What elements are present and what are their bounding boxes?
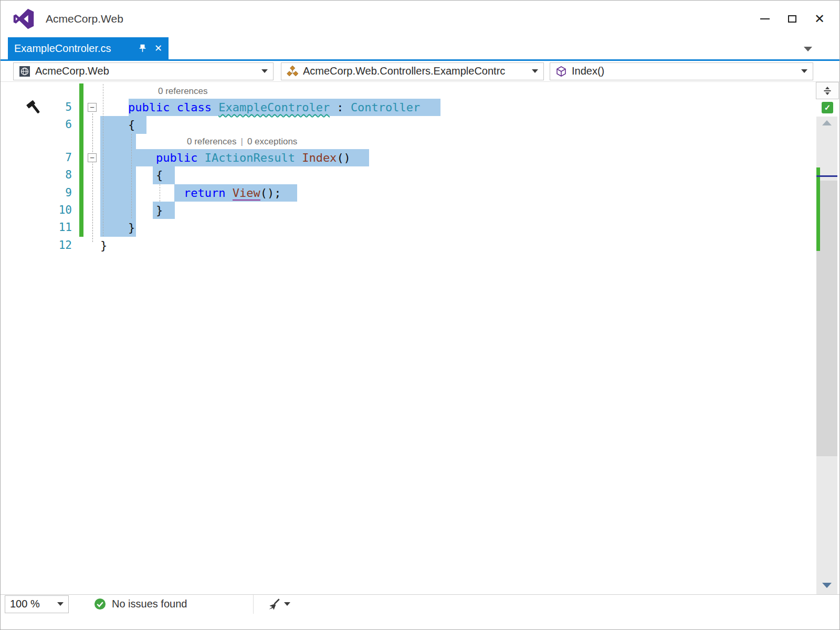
scroll-up-icon[interactable]	[822, 120, 832, 125]
line-number: 10	[1, 202, 79, 219]
tab-close-icon[interactable]: ✕	[154, 44, 162, 53]
code-token: ();	[260, 186, 281, 200]
split-window-handle[interactable]	[816, 82, 839, 99]
maximize-button[interactable]	[779, 7, 806, 31]
code-token	[100, 151, 156, 164]
code-token	[197, 151, 204, 164]
code-text: public class ExampleControler : Controll…	[100, 99, 420, 116]
editor-right-rail: ✓	[814, 82, 839, 594]
fold-margin: −	[83, 149, 100, 166]
line-number-gutter	[1, 134, 79, 149]
code-line-6[interactable]: 6 {	[1, 116, 839, 133]
code-text: {	[100, 116, 135, 133]
project-dropdown[interactable]: AcmeCorp.Web	[13, 62, 274, 80]
splitter-icon	[822, 86, 833, 96]
change-bar	[79, 99, 83, 116]
minimize-button[interactable]	[751, 7, 779, 31]
line-number: 11	[1, 219, 79, 236]
line-number: 7	[1, 149, 79, 166]
code-token	[295, 151, 302, 164]
navigation-bar: AcmeCorp.Web AcmeCorp.Web.Controllers.Ex…	[1, 61, 839, 82]
chevron-down-icon	[801, 69, 807, 73]
scroll-down-icon[interactable]	[822, 583, 832, 588]
code-token: ()	[337, 151, 351, 164]
code-token: return	[184, 186, 225, 200]
tab-examplecontroler[interactable]: ExampleControler.cs ✕	[8, 37, 169, 59]
project-dropdown-label: AcmeCorp.Web	[35, 65, 257, 77]
change-bar	[79, 166, 83, 184]
codelens-references[interactable]: 0 references	[158, 83, 208, 99]
line-number: 12	[1, 237, 79, 254]
code-text: return View();	[100, 184, 281, 202]
collapse-button[interactable]: −	[88, 153, 97, 162]
document-health-indicator[interactable]: ✓	[822, 102, 833, 113]
code-text: public IActionResult Index()	[100, 149, 351, 166]
line-number: 8	[1, 166, 79, 184]
fold-margin	[83, 219, 100, 236]
code-line-9[interactable]: 9 return View();	[1, 184, 839, 202]
broom-icon	[267, 597, 281, 611]
fold-margin	[83, 237, 100, 254]
code-token: IActionResult	[205, 151, 295, 164]
code-token: class	[177, 101, 212, 114]
code-token: :	[330, 101, 351, 114]
code-line-5[interactable]: 5 − public class ExampleControler : Cont…	[1, 99, 839, 116]
member-dropdown[interactable]: Index()	[550, 62, 813, 80]
change-bar	[79, 134, 83, 149]
code-text: {	[100, 166, 163, 184]
code-line-10[interactable]: 10 }	[1, 202, 839, 219]
collapse-button[interactable]: −	[88, 103, 97, 112]
code-token	[212, 101, 218, 114]
line-number-gutter	[1, 83, 79, 99]
visual-studio-logo-icon	[12, 7, 35, 30]
code-token: {	[100, 169, 163, 182]
code-text: }	[100, 237, 107, 254]
project-icon	[19, 66, 30, 77]
close-button[interactable]: ✕	[806, 7, 833, 31]
chevron-down-icon	[57, 602, 64, 606]
code-token	[100, 101, 128, 114]
code-token	[225, 186, 232, 200]
change-bar	[79, 237, 83, 254]
class-icon	[287, 66, 298, 77]
zoom-select[interactable]: 100 %	[5, 595, 69, 613]
code-line-8[interactable]: 8 {	[1, 166, 839, 184]
issues-status[interactable]: No issues found	[69, 595, 254, 614]
window-controls: ✕	[751, 1, 839, 37]
codelens-references[interactable]: 0 references|0 exceptions	[187, 134, 297, 149]
fold-margin	[83, 202, 100, 219]
quick-actions-hammer-icon[interactable]	[26, 100, 43, 117]
issues-label: No issues found	[112, 598, 187, 610]
code-token: }	[100, 239, 107, 252]
fold-margin	[83, 116, 100, 133]
code-token	[100, 186, 184, 200]
fold-margin	[83, 83, 100, 99]
scrollbar-track[interactable]	[816, 117, 837, 594]
member-dropdown-label: Index()	[572, 65, 797, 77]
pin-icon[interactable]	[138, 44, 147, 53]
chevron-down-icon	[284, 602, 290, 606]
check-circle-icon	[94, 598, 106, 610]
code-token: }	[100, 221, 135, 234]
maximize-icon	[788, 15, 796, 23]
fold-margin: −	[83, 99, 100, 116]
change-bar	[79, 202, 83, 219]
code-cleanup-button[interactable]	[254, 597, 290, 611]
zoom-value: 100 %	[10, 598, 40, 610]
code-line-11[interactable]: 11 }	[1, 219, 839, 236]
change-bar	[79, 184, 83, 202]
type-dropdown[interactable]: AcmeCorp.Web.Controllers.ExampleContrc	[281, 62, 544, 80]
code-line-12[interactable]: 12 }	[1, 237, 839, 254]
tab-list-chevron-icon[interactable]	[804, 47, 812, 51]
method-icon	[555, 66, 567, 77]
code-editor[interactable]: 0 references 5 − public class ExampleCon…	[1, 82, 839, 594]
fold-margin	[83, 184, 100, 202]
change-bar	[79, 83, 83, 99]
caret-position-marker	[816, 175, 837, 177]
code-token: Controller	[351, 101, 420, 114]
code-token: {	[100, 118, 135, 131]
fold-margin	[83, 134, 100, 149]
fold-margin	[83, 166, 100, 184]
change-bar	[79, 149, 83, 166]
code-line-7[interactable]: 7 − public IActionResult Index()	[1, 149, 839, 166]
